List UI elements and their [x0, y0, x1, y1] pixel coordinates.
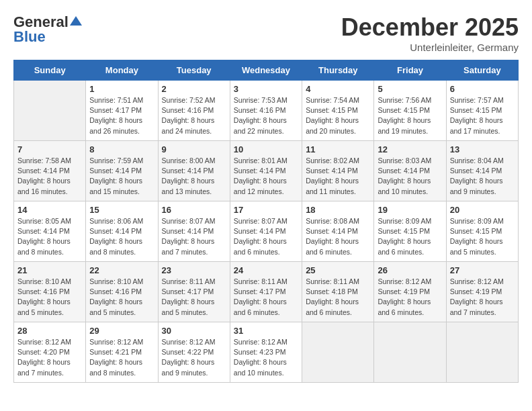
calendar-cell [446, 322, 518, 383]
calendar-cell: 19Sunrise: 8:09 AMSunset: 4:15 PMDayligh… [374, 201, 446, 262]
calendar-cell [374, 322, 446, 383]
day-info: Sunrise: 8:01 AMSunset: 4:14 PMDaylight:… [234, 156, 298, 197]
header-row: SundayMondayTuesdayWednesdayThursdayFrid… [14, 60, 519, 81]
calendar-cell: 21Sunrise: 8:10 AMSunset: 4:16 PMDayligh… [14, 262, 86, 322]
calendar-cell: 20Sunrise: 8:09 AMSunset: 4:15 PMDayligh… [446, 201, 518, 262]
calendar-body: 1Sunrise: 7:51 AMSunset: 4:17 PMDaylight… [14, 81, 519, 383]
day-number: 16 [162, 205, 226, 215]
day-number: 6 [450, 84, 515, 94]
calendar-cell: 8Sunrise: 7:59 AMSunset: 4:14 PMDaylight… [86, 141, 158, 201]
day-number: 7 [17, 144, 82, 154]
calendar-week-row: 7Sunrise: 7:58 AMSunset: 4:14 PMDaylight… [14, 141, 519, 201]
calendar-cell: 15Sunrise: 8:06 AMSunset: 4:14 PMDayligh… [86, 201, 158, 262]
month-title: December 2025 [341, 13, 519, 42]
calendar-header: SundayMondayTuesdayWednesdayThursdayFrid… [14, 60, 519, 81]
day-number: 4 [306, 84, 370, 94]
day-number: 11 [306, 144, 370, 154]
day-info: Sunrise: 8:02 AMSunset: 4:14 PMDaylight:… [306, 156, 370, 197]
day-info: Sunrise: 8:06 AMSunset: 4:14 PMDaylight:… [89, 216, 154, 257]
day-info: Sunrise: 7:53 AMSunset: 4:16 PMDaylight:… [234, 95, 298, 136]
calendar-cell: 14Sunrise: 8:05 AMSunset: 4:14 PMDayligh… [14, 201, 86, 262]
calendar-cell: 28Sunrise: 8:12 AMSunset: 4:20 PMDayligh… [14, 322, 86, 383]
day-info: Sunrise: 8:09 AMSunset: 4:15 PMDaylight:… [450, 216, 515, 257]
day-info: Sunrise: 8:11 AMSunset: 4:17 PMDaylight:… [234, 277, 298, 318]
day-info: Sunrise: 8:10 AMSunset: 4:16 PMDaylight:… [89, 277, 154, 318]
day-info: Sunrise: 8:12 AMSunset: 4:22 PMDaylight:… [162, 337, 226, 378]
location: Unterleinleiter, Germany [341, 42, 519, 53]
day-info: Sunrise: 7:54 AMSunset: 4:15 PMDaylight:… [306, 95, 370, 136]
calendar-cell: 22Sunrise: 8:10 AMSunset: 4:16 PMDayligh… [86, 262, 158, 322]
day-info: Sunrise: 7:57 AMSunset: 4:15 PMDaylight:… [450, 95, 515, 136]
day-info: Sunrise: 8:04 AMSunset: 4:14 PMDaylight:… [450, 156, 515, 197]
day-number: 2 [162, 84, 226, 94]
calendar-week-row: 21Sunrise: 8:10 AMSunset: 4:16 PMDayligh… [14, 262, 519, 322]
day-info: Sunrise: 8:12 AMSunset: 4:19 PMDaylight:… [450, 277, 515, 318]
calendar-table: SundayMondayTuesdayWednesdayThursdayFrid… [13, 60, 519, 383]
calendar-cell: 25Sunrise: 8:11 AMSunset: 4:18 PMDayligh… [302, 262, 374, 322]
day-number: 13 [450, 144, 515, 154]
day-number: 12 [378, 144, 442, 154]
calendar-cell: 5Sunrise: 7:56 AMSunset: 4:15 PMDaylight… [374, 81, 446, 141]
day-number: 28 [17, 326, 82, 336]
day-number: 14 [17, 205, 82, 215]
day-info: Sunrise: 7:58 AMSunset: 4:14 PMDaylight:… [17, 156, 82, 197]
logo: General Blue [13, 13, 82, 46]
header-thursday: Thursday [302, 60, 374, 81]
logo-triangle-icon [70, 15, 82, 27]
day-number: 25 [306, 265, 370, 275]
header-saturday: Saturday [446, 60, 518, 81]
day-info: Sunrise: 8:05 AMSunset: 4:14 PMDaylight:… [17, 216, 82, 257]
day-info: Sunrise: 8:11 AMSunset: 4:17 PMDaylight:… [162, 277, 226, 318]
calendar-week-row: 28Sunrise: 8:12 AMSunset: 4:20 PMDayligh… [14, 322, 519, 383]
calendar-cell: 30Sunrise: 8:12 AMSunset: 4:22 PMDayligh… [158, 322, 230, 383]
day-number: 3 [234, 84, 298, 94]
calendar-cell: 17Sunrise: 8:07 AMSunset: 4:14 PMDayligh… [230, 201, 302, 262]
calendar-cell: 26Sunrise: 8:12 AMSunset: 4:19 PMDayligh… [374, 262, 446, 322]
day-info: Sunrise: 8:10 AMSunset: 4:16 PMDaylight:… [17, 277, 82, 318]
logo-blue-text: Blue [13, 28, 46, 46]
header-friday: Friday [374, 60, 446, 81]
calendar-cell [14, 81, 86, 141]
day-number: 17 [234, 205, 298, 215]
calendar-cell: 13Sunrise: 8:04 AMSunset: 4:14 PMDayligh… [446, 141, 518, 201]
day-number: 8 [89, 144, 154, 154]
day-number: 19 [378, 205, 442, 215]
day-info: Sunrise: 8:12 AMSunset: 4:23 PMDaylight:… [234, 337, 298, 378]
calendar-cell: 9Sunrise: 8:00 AMSunset: 4:14 PMDaylight… [158, 141, 230, 201]
day-number: 22 [89, 265, 154, 275]
day-number: 9 [162, 144, 226, 154]
day-number: 31 [234, 326, 298, 336]
day-info: Sunrise: 7:56 AMSunset: 4:15 PMDaylight:… [378, 95, 442, 136]
header-wednesday: Wednesday [230, 60, 302, 81]
day-info: Sunrise: 7:52 AMSunset: 4:16 PMDaylight:… [162, 95, 226, 136]
title-block: December 2025 Unterleinleiter, Germany [341, 13, 519, 53]
day-info: Sunrise: 8:09 AMSunset: 4:15 PMDaylight:… [378, 216, 442, 257]
day-number: 10 [234, 144, 298, 154]
calendar-cell: 4Sunrise: 7:54 AMSunset: 4:15 PMDaylight… [302, 81, 374, 141]
page-header: General Blue December 2025 Unterleinleit… [13, 13, 519, 53]
day-info: Sunrise: 8:00 AMSunset: 4:14 PMDaylight:… [162, 156, 226, 197]
day-info: Sunrise: 8:12 AMSunset: 4:21 PMDaylight:… [89, 337, 154, 378]
day-number: 24 [234, 265, 298, 275]
day-info: Sunrise: 8:08 AMSunset: 4:14 PMDaylight:… [306, 216, 370, 257]
calendar-cell: 16Sunrise: 8:07 AMSunset: 4:14 PMDayligh… [158, 201, 230, 262]
day-info: Sunrise: 8:07 AMSunset: 4:14 PMDaylight:… [234, 216, 298, 257]
day-number: 23 [162, 265, 226, 275]
calendar-cell: 23Sunrise: 8:11 AMSunset: 4:17 PMDayligh… [158, 262, 230, 322]
calendar-cell: 2Sunrise: 7:52 AMSunset: 4:16 PMDaylight… [158, 81, 230, 141]
day-number: 18 [306, 205, 370, 215]
calendar-cell: 7Sunrise: 7:58 AMSunset: 4:14 PMDaylight… [14, 141, 86, 201]
day-number: 15 [89, 205, 154, 215]
header-sunday: Sunday [14, 60, 86, 81]
day-number: 20 [450, 205, 515, 215]
day-info: Sunrise: 8:07 AMSunset: 4:14 PMDaylight:… [162, 216, 226, 257]
day-number: 5 [378, 84, 442, 94]
calendar-week-row: 1Sunrise: 7:51 AMSunset: 4:17 PMDaylight… [14, 81, 519, 141]
header-monday: Monday [86, 60, 158, 81]
day-number: 21 [17, 265, 82, 275]
svg-marker-0 [70, 16, 82, 26]
calendar-week-row: 14Sunrise: 8:05 AMSunset: 4:14 PMDayligh… [14, 201, 519, 262]
day-number: 27 [450, 265, 515, 275]
calendar-cell: 3Sunrise: 7:53 AMSunset: 4:16 PMDaylight… [230, 81, 302, 141]
calendar-cell: 10Sunrise: 8:01 AMSunset: 4:14 PMDayligh… [230, 141, 302, 201]
